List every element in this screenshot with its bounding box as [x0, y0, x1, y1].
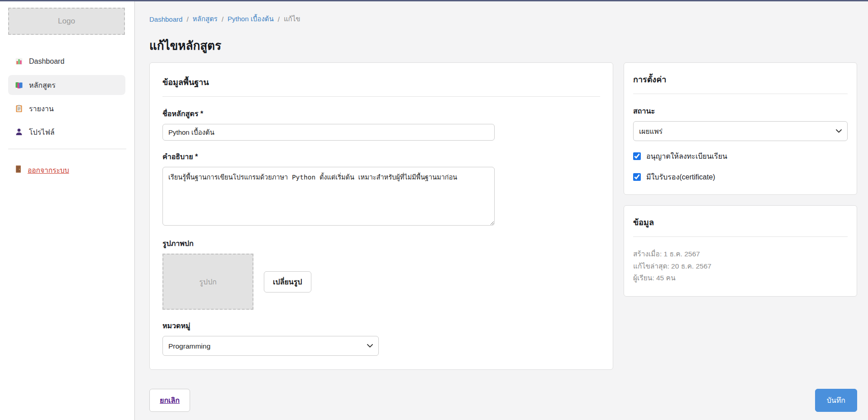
form-actions: ยกเลิก บันทึก [149, 389, 857, 412]
description-group: คำอธิบาย * เรียนรู้พื้นฐานการเขียนโปรแกร… [162, 151, 600, 227]
breadcrumb-link-dashboard[interactable]: Dashboard [149, 15, 182, 23]
sidebar-item-courses[interactable]: หลักสูตร [8, 75, 125, 95]
allow-enrollment-checkbox[interactable] [633, 152, 641, 160]
sidebar: Logo Dashboard หลักสูตร รายงาน [0, 1, 135, 420]
certificate-checkbox[interactable] [633, 173, 641, 181]
cancel-button[interactable]: ยกเลิก [149, 389, 190, 412]
breadcrumb-separator: / [186, 15, 188, 23]
cover-placeholder-text: รูปปก [199, 276, 217, 288]
certificate-row: มีใบรับรอง(certificate) [633, 171, 848, 183]
cover-image-placeholder: รูปปก [162, 254, 253, 310]
sidebar-item-label: หลักสูตร [29, 80, 56, 91]
logo: Logo [8, 8, 125, 35]
sidebar-item-label: โปรไฟล์ [29, 127, 55, 138]
category-group: หมวดหมู่ Programming [162, 320, 600, 356]
sidebar-divider [8, 149, 126, 149]
sidebar-item-reports[interactable]: รายงาน [8, 99, 125, 118]
allow-enrollment-row: อนุญาตให้ลงทะเบียนเรียน [633, 151, 848, 162]
info-card-title: ข้อมูล [633, 216, 848, 237]
logo-text: Logo [58, 17, 75, 26]
settings-card-title: การตั้งค่า [633, 73, 848, 94]
category-label: หมวดหมู่ [162, 320, 600, 331]
clipboard-icon [15, 104, 23, 113]
learner-count-text: ผู้เรียน: 45 คน [633, 272, 848, 284]
course-name-label: ชื่อหลักสูตร * [162, 108, 600, 119]
course-name-group: ชื่อหลักสูตร * [162, 108, 600, 141]
bar-chart-icon [15, 57, 23, 66]
save-button[interactable]: บันทึก [815, 389, 857, 412]
breadcrumb-link-courses[interactable]: หลักสูตร [193, 14, 218, 24]
sidebar-item-profile[interactable]: โปรไฟล์ [8, 122, 125, 142]
status-label: สถานะ [633, 105, 848, 117]
sidebar-nav: Dashboard หลักสูตร รายงาน โปรไฟล์ [0, 52, 134, 142]
breadcrumb-link-course[interactable]: Python เบื้องต้น [228, 14, 274, 24]
basic-info-card-title: ข้อมูลพื้นฐาน [162, 76, 600, 97]
basic-info-card: ข้อมูลพื้นฐาน ชื่อหลักสูตร * คำอธิบาย * … [149, 62, 613, 370]
logout-label: ออกจากระบบ [28, 165, 69, 176]
cover-image-label: รูปภาพปก [162, 238, 600, 249]
main-content: Dashboard / หลักสูตร / Python เบื้องต้น … [135, 1, 868, 420]
breadcrumb-separator: / [222, 15, 224, 23]
breadcrumb: Dashboard / หลักสูตร / Python เบื้องต้น … [149, 14, 857, 24]
course-name-input[interactable] [162, 124, 495, 141]
last-edited-text: แก้ไขล่าสุด: 20 ธ.ค. 2567 [633, 260, 848, 273]
side-column: การตั้งค่า สถานะ เผยแพร่ อนุญาตให้ลงทะเบ… [624, 62, 857, 297]
breadcrumb-separator: / [278, 15, 280, 23]
description-label: คำอธิบาย * [162, 151, 600, 162]
created-date-text: สร้างเมื่อ: 1 ธ.ค. 2567 [633, 248, 848, 260]
description-textarea[interactable]: เรียนรู้พื้นฐานการเขียนโปรแกรมด้วยภาษา P… [162, 167, 495, 226]
door-icon [15, 165, 22, 175]
sidebar-item-dashboard[interactable]: Dashboard [8, 52, 125, 71]
logout-link[interactable]: ออกจากระบบ [8, 160, 125, 180]
person-icon [15, 128, 23, 136]
settings-card: การตั้งค่า สถานะ เผยแพร่ อนุญาตให้ลงทะเบ… [624, 62, 857, 195]
sidebar-item-label: Dashboard [29, 57, 64, 66]
certificate-label[interactable]: มีใบรับรอง(certificate) [646, 171, 715, 183]
allow-enrollment-label[interactable]: อนุญาตให้ลงทะเบียนเรียน [646, 151, 727, 162]
cancel-button-label: ยกเลิก [160, 396, 180, 404]
status-select[interactable]: เผยแพร่ [633, 121, 848, 141]
info-card: ข้อมูล สร้างเมื่อ: 1 ธ.ค. 2567 แก้ไขล่าส… [624, 205, 857, 297]
app-layout: Logo Dashboard หลักสูตร รายงาน [0, 1, 868, 420]
books-icon [15, 81, 23, 89]
category-select[interactable]: Programming [162, 336, 379, 356]
sidebar-item-label: รายงาน [29, 103, 54, 114]
page-title: แก้ไขหลักสูตร [149, 36, 857, 55]
breadcrumb-current: แก้ไข [284, 14, 300, 24]
content-row: ข้อมูลพื้นฐาน ชื่อหลักสูตร * คำอธิบาย * … [149, 62, 857, 370]
cover-image-group: รูปภาพปก รูปปก เปลี่ยนรูป [162, 238, 600, 310]
change-image-button[interactable]: เปลี่ยนรูป [264, 271, 311, 293]
